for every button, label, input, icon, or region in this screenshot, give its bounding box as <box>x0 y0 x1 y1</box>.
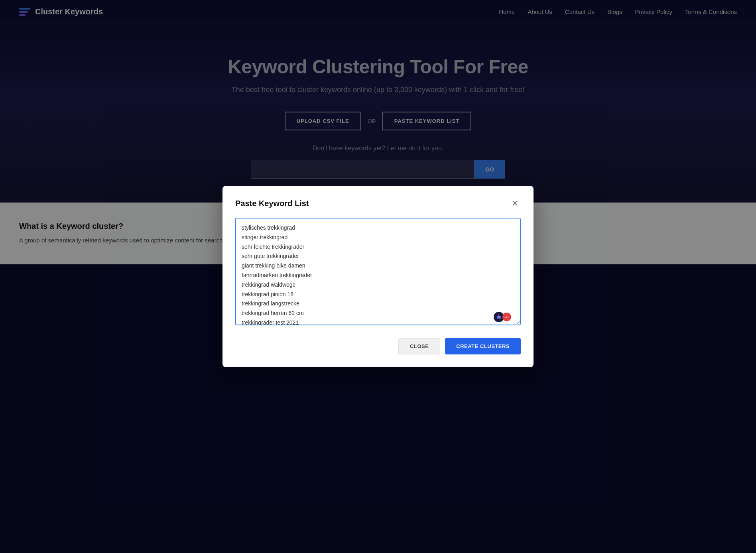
svg-rect-0 <box>497 316 501 319</box>
textarea-wrapper: ∞ <box>235 218 521 327</box>
robot-svg <box>496 314 502 320</box>
modal-title: Paste Keyword List <box>235 199 309 208</box>
create-clusters-button[interactable]: CREATE CLUSTERS <box>445 338 521 354</box>
modal-footer: CLOSE CREATE CLUSTERS <box>235 338 521 354</box>
modal-header: Paste Keyword List ✕ <box>235 199 521 208</box>
svg-rect-1 <box>498 317 498 317</box>
keyword-textarea[interactable] <box>235 218 521 325</box>
modal-overlay: Paste Keyword List ✕ ∞ CLOSE <box>0 0 756 553</box>
svg-rect-2 <box>499 317 500 317</box>
robot-badge: ∞ <box>502 313 511 321</box>
close-button[interactable]: CLOSE <box>398 338 440 354</box>
svg-point-4 <box>498 314 499 315</box>
robot-icon-area: ∞ <box>494 312 511 322</box>
modal-close-x-button[interactable]: ✕ <box>509 199 521 208</box>
paste-keyword-modal: Paste Keyword List ✕ ∞ CLOSE <box>222 186 534 367</box>
